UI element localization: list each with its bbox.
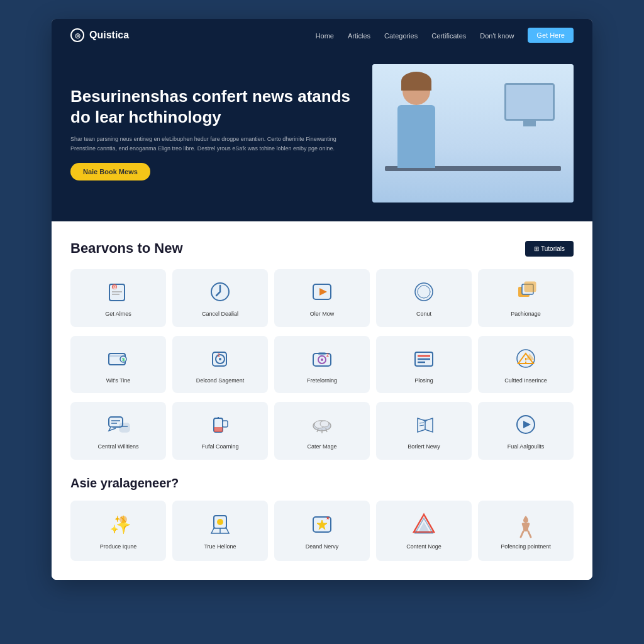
content-label: Content Noge: [406, 543, 441, 551]
nav-item-dontknow[interactable]: Don't know: [480, 30, 514, 41]
categories-section-header: Bearvons to New ⊞ Tutorials: [70, 240, 574, 257]
logo: ◎ Quistica: [70, 28, 129, 42]
demand-label: Deand Nervy: [306, 543, 339, 551]
categories-title: Bearvons to New: [70, 240, 183, 257]
nav-link-home[interactable]: Home: [316, 32, 334, 40]
nav-cta-item[interactable]: Get Here: [528, 28, 574, 43]
tutorials-button[interactable]: ⊞ Tutorials: [525, 241, 574, 257]
nav-item-certificates[interactable]: Certificates: [431, 30, 466, 41]
package-icon: [512, 278, 540, 306]
fuel-icon: [206, 411, 234, 438]
hero-content: Besurinenshas confert news atands do lea…: [52, 52, 592, 221]
categories-grid-row2: $ Wit's Tine 2 Delcond Sagement: [70, 336, 574, 394]
roles-grid: ✨ Produce Iqune: [70, 501, 574, 561]
hero-text: Besurinenshas confert news atands do lea…: [70, 86, 360, 180]
video-label: Fual Aalgoulits: [508, 443, 545, 451]
wallet-icon: $: [104, 345, 132, 372]
nav-item-categories[interactable]: Categories: [384, 30, 418, 41]
performing-label: Pofencing pointnent: [501, 543, 551, 551]
monitor-illustration: [504, 83, 555, 121]
category-card-cancel-deal[interactable]: Cancel Dealial: [172, 269, 268, 327]
nav-link-certificates[interactable]: Certificates: [431, 32, 466, 40]
package-label: Pachionage: [511, 311, 541, 318]
freelance-label: Fretelorning: [307, 377, 337, 385]
svg-point-23: [321, 358, 323, 361]
wallet-label: Wit's Tine: [106, 377, 131, 385]
produce-label: Produce Iqune: [100, 543, 137, 551]
roles-title: Asie yralageneer?: [70, 476, 574, 491]
svg-point-19: [219, 358, 221, 360]
nav-item-articles[interactable]: Articles: [348, 30, 370, 41]
category-card-video[interactable]: Fual Aalgoulits: [478, 402, 574, 460]
nav-links: Home Articles Categories Certificates Do…: [316, 28, 574, 43]
cons-label: Conut: [416, 311, 431, 318]
role-card-performing[interactable]: Pofencing pointnent: [478, 501, 574, 561]
svg-text:2: 2: [326, 353, 329, 357]
category-card-wallet[interactable]: $ Wit's Tine: [70, 336, 166, 394]
category-card-pricing[interactable]: Plosing: [376, 336, 472, 394]
fuel-label: Fufal Coarning: [201, 443, 238, 451]
video-icon: [512, 411, 540, 438]
categories-grid-row1: B Get Almes Cancel Dealial: [70, 269, 574, 327]
produce-icon: ✨: [104, 511, 132, 538]
page-wrapper: ◎ Quistica Home Articles Categories Cert…: [52, 19, 592, 580]
category-card-fuel[interactable]: Fufal Coarning: [172, 402, 268, 460]
category-card-book[interactable]: Borlert Newy: [376, 402, 472, 460]
nav-cta-button[interactable]: Get Here: [528, 28, 574, 43]
person-body-illustration: [397, 105, 435, 168]
true-hello-icon: [206, 511, 234, 538]
central-label: Central Wilitiens: [97, 443, 138, 451]
role-card-produce[interactable]: ✨ Produce Iqune: [70, 501, 166, 561]
svg-point-46: [320, 421, 329, 427]
book-label: Borlert Newy: [408, 443, 440, 451]
svg-text:2: 2: [218, 353, 220, 357]
category-card-offer-now[interactable]: Oler Mow: [274, 269, 370, 327]
svg-rect-16: [109, 355, 125, 357]
cancel-deal-icon: [206, 278, 234, 306]
offer-now-icon: [308, 278, 336, 306]
hero-section: ◎ Quistica Home Articles Categories Cert…: [52, 19, 592, 221]
diamond-label: Delcond Sagement: [196, 377, 245, 385]
role-card-content[interactable]: Content Noge: [376, 501, 472, 561]
cloud-label: Cater Mage: [307, 443, 336, 451]
person-hair-illustration: [401, 72, 431, 91]
cancel-deal-label: Cancel Dealial: [202, 311, 238, 318]
nav-item-home[interactable]: Home: [316, 30, 334, 41]
pricing-icon: [410, 345, 438, 372]
role-card-true-hello[interactable]: True Hellone: [172, 501, 268, 561]
category-card-package[interactable]: Pachionage: [478, 269, 574, 327]
cloud-icon: [308, 411, 336, 438]
hero-cta-button[interactable]: Naie Book Mews: [70, 163, 150, 180]
svg-text:$: $: [122, 357, 125, 362]
categories-grid-row3: Central Wilitiens Fufal Coarning: [70, 402, 574, 460]
svg-rect-0: [109, 284, 125, 301]
hero-headline: Besurinenshas confert news atands do lea…: [70, 86, 360, 127]
category-card-info[interactable]: Cultted Inserince: [478, 336, 574, 394]
offer-now-label: Oler Mow: [310, 311, 335, 318]
nav-link-categories[interactable]: Categories: [384, 32, 418, 40]
category-card-freelance[interactable]: 2 Fretelorning: [274, 336, 370, 394]
svg-text:B: B: [113, 285, 116, 289]
info-label: Cultted Inserince: [504, 377, 547, 385]
category-card-diamond[interactable]: 2 Delcond Sagement: [172, 336, 268, 394]
category-card-cons[interactable]: Conut: [376, 269, 472, 327]
category-card-get-alms[interactable]: B Get Almes: [70, 269, 166, 327]
roles-section: Asie yralageneer? ✨ Produce Iqune: [70, 476, 574, 561]
nav-link-dontknow[interactable]: Don't know: [480, 32, 514, 40]
role-card-demand[interactable]: ★ Deand Nervy: [274, 501, 370, 561]
navbar: ◎ Quistica Home Articles Categories Cert…: [52, 19, 592, 52]
svg-rect-38: [119, 423, 130, 432]
category-card-cloud[interactable]: Cater Mage: [274, 402, 370, 460]
hero-image: [372, 64, 574, 203]
content-icon: [410, 511, 438, 538]
svg-rect-42: [223, 421, 228, 427]
main-content: Bearvons to New ⊞ Tutorials B Get Almes: [52, 221, 592, 580]
svg-point-60: [217, 519, 223, 525]
svg-rect-24: [318, 352, 326, 355]
hero-description: Shar tean parsning neus entineg en eleLi…: [70, 135, 360, 153]
logo-icon: ◎: [70, 28, 84, 42]
demand-icon: ★: [308, 511, 336, 538]
category-card-central[interactable]: Central Wilitiens: [70, 402, 166, 460]
nav-link-articles[interactable]: Articles: [348, 32, 370, 40]
pricing-label: Plosing: [414, 377, 433, 385]
